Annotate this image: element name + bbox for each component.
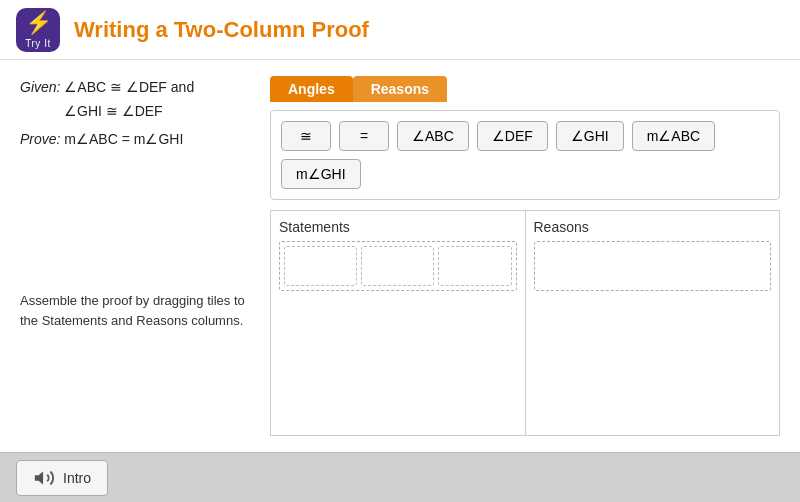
statements-drop-area[interactable] <box>279 241 517 291</box>
tab-bar: Angles Reasons <box>270 76 780 102</box>
statement-cell-1[interactable] <box>284 246 357 286</box>
proof-table: Statements Reasons <box>270 210 780 436</box>
given-line2: ∠GHI ≅ ∠DEF <box>20 100 260 124</box>
given-prove-text: Given: ∠ABC ≅ ∠DEF and ∠GHI ≅ ∠DEF Prove… <box>20 76 260 151</box>
tile-angle-def[interactable]: ∠DEF <box>477 121 548 151</box>
statement-cell-2[interactable] <box>361 246 434 286</box>
speaker-icon <box>33 467 55 489</box>
intro-button[interactable]: Intro <box>16 460 108 496</box>
tile-angle-abc[interactable]: ∠ABC <box>397 121 469 151</box>
statement-cell-3[interactable] <box>438 246 511 286</box>
reasons-column: Reasons <box>526 211 780 435</box>
instruction-text: Assemble the proof by dragging tiles to … <box>20 291 260 330</box>
right-panel: Angles Reasons ≅ = ∠ABC ∠DEF ∠GHI m∠ABC … <box>270 76 780 436</box>
prove-line: Prove: m∠ABC = m∠GHI <box>20 128 260 152</box>
tile-m-angle-abc[interactable]: m∠ABC <box>632 121 715 151</box>
main-content: Given: ∠ABC ≅ ∠DEF and ∠GHI ≅ ∠DEF Prove… <box>0 60 800 452</box>
given-line1: Given: ∠ABC ≅ ∠DEF and <box>20 76 260 100</box>
tab-angles[interactable]: Angles <box>270 76 353 102</box>
tile-row-1: ≅ = ∠ABC ∠DEF ∠GHI m∠ABC <box>281 121 769 151</box>
reasons-drop-area[interactable] <box>534 241 772 291</box>
tile-angle-ghi[interactable]: ∠GHI <box>556 121 624 151</box>
try-it-label: Try It <box>25 38 52 49</box>
tile-m-angle-ghi[interactable]: m∠GHI <box>281 159 361 189</box>
left-panel: Given: ∠ABC ≅ ∠DEF and ∠GHI ≅ ∠DEF Prove… <box>20 76 270 436</box>
statements-header: Statements <box>279 219 517 235</box>
tile-area: ≅ = ∠ABC ∠DEF ∠GHI m∠ABC m∠GHI <box>270 110 780 200</box>
app-header: ⚡ Try It Writing a Two-Column Proof <box>0 0 800 60</box>
tab-reasons[interactable]: Reasons <box>353 76 447 102</box>
prove-label: Prove: <box>20 131 64 147</box>
statements-column: Statements <box>271 211 526 435</box>
footer: Intro <box>0 452 800 502</box>
svg-marker-0 <box>35 471 43 484</box>
page-title: Writing a Two-Column Proof <box>74 17 369 43</box>
reasons-header: Reasons <box>534 219 772 235</box>
app-icon-symbol: ⚡ <box>25 10 52 36</box>
app-icon: ⚡ Try It <box>16 8 60 52</box>
intro-label: Intro <box>63 470 91 486</box>
tile-equals[interactable]: = <box>339 121 389 151</box>
tile-congruent[interactable]: ≅ <box>281 121 331 151</box>
given-label: Given: <box>20 79 64 95</box>
tile-row-2: m∠GHI <box>281 159 769 189</box>
